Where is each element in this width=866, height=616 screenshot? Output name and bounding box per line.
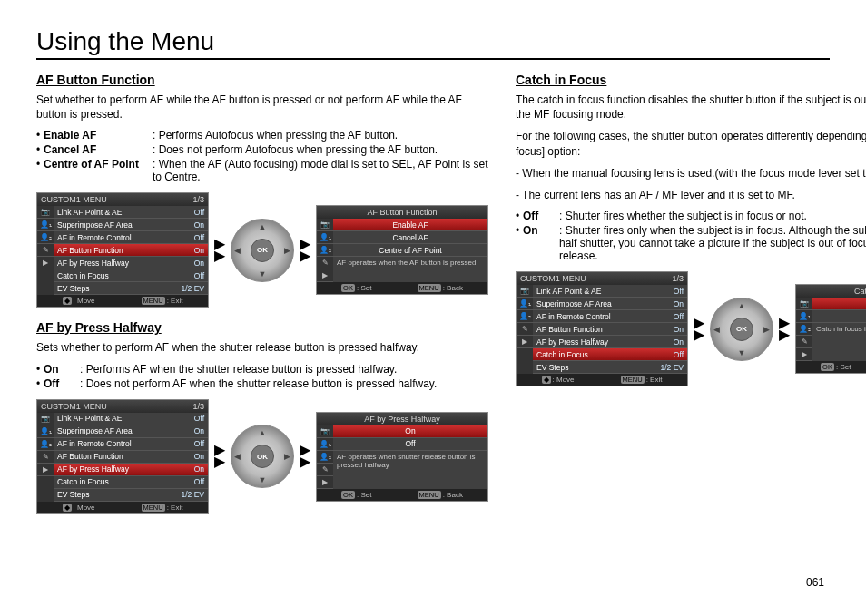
menu-header: CUSTOM1 MENU1/3 [517, 272, 687, 285]
menu-row: Superimpose AF AreaOn [54, 219, 208, 231]
menu-row: EV Steps1/2 EV [54, 282, 208, 295]
side-icon: 👤₂ [317, 451, 333, 464]
af-halfway-screenshots: CUSTOM1 MENU1/3📷👤₁👤₂✎▶Link AF Point & AE… [36, 399, 488, 514]
arrow-icon: ▶▶ [300, 445, 310, 468]
ok-dial-icon: ▲▼◀▶OK [710, 298, 773, 361]
arrow-icon: ▶▶ [214, 445, 225, 468]
definition-term: Centre of AF Point [44, 158, 153, 183]
af-halfway-intro: Sets whether to perform AF when the shut… [36, 340, 488, 355]
menu-row: On [812, 310, 866, 323]
submenu-footer: OK: SetMENU: Back [317, 282, 487, 294]
side-icon: ▶ [37, 257, 54, 269]
ok-dial-icon: ▲▼◀▶OK [231, 425, 294, 488]
menu-footer: ◆: MoveMENU: Exit [37, 295, 208, 307]
menu-row: EV Steps1/2 EV [54, 489, 208, 502]
side-icon: ▶ [37, 464, 54, 476]
side-icon: 📷 [37, 413, 54, 425]
definition-term: Off [44, 377, 80, 390]
menu-row: Catch in FocusOff [54, 476, 208, 489]
definition-desc: : Shutter fires whether the subject is i… [559, 210, 866, 222]
af-button-defs: •Enable AF: Performs Autofocus when pres… [36, 129, 488, 183]
side-icon: ▶ [517, 336, 533, 348]
side-icon: 📷 [317, 219, 333, 231]
section-title-af-halfway: AF by Press Halfway [36, 320, 488, 335]
section-title-catch: Catch in Focus [516, 73, 866, 87]
left-column: AF Button Function Set whether to perfor… [36, 73, 488, 527]
submenu-footer: OK: SetMENU: Back [796, 361, 866, 373]
arrow-icon: ▶▶ [694, 318, 704, 341]
submenu-header: Catch in Focus [796, 285, 866, 298]
menu-row: Centre of AF Point [333, 244, 487, 257]
af-halfway-defs: •On: Performs AF when the shutter releas… [36, 363, 488, 390]
definition-term: Cancel AF [44, 143, 153, 156]
menu-header: CUSTOM1 MENU1/3 [37, 400, 208, 413]
submenu-footer: OK: SetMENU: Back [317, 489, 487, 501]
side-icon: 📷 [37, 206, 54, 219]
menu-row: AF in Remote ControlOff [54, 438, 208, 451]
menu-help: Catch in focus is disabled [812, 323, 866, 336]
catch-bullet2: - The current lens has an AF / MF lever … [516, 188, 866, 202]
side-icon: ✎ [517, 323, 533, 336]
menu-screenshot: CUSTOM1 MENU1/3📷👤₁👤₂✎▶Link AF Point & AE… [36, 192, 209, 308]
menu-row: EV Steps1/2 EV [533, 361, 687, 374]
af-button-screenshots: CUSTOM1 MENU1/3📷👤₁👤₂✎▶Link AF Point & AE… [36, 192, 488, 308]
af-halfway-section: AF by Press Halfway Sets whether to perf… [36, 320, 488, 513]
right-column: Catch in Focus The catch in focus functi… [516, 73, 866, 527]
definition-row: •Centre of AF Point: When the AF (Auto f… [36, 158, 488, 183]
side-icon: ▶ [317, 476, 333, 489]
arrow-icon: ▶▶ [214, 239, 225, 262]
catch-screenshots: CUSTOM1 MENU1/3📷👤₁👤₂✎▶Link AF Point & AE… [516, 271, 866, 386]
definition-row: •Off: Shutter fires whether the subject … [516, 210, 866, 222]
menu-row: AF Button FunctionOn [533, 323, 687, 336]
menu-row: AF by Press HalfwayOn [533, 336, 687, 348]
menu-row: AF Button FunctionOn [54, 451, 208, 464]
side-icon: 👤₂ [517, 310, 533, 323]
submenu-header: AF by Press Halfway [317, 413, 487, 425]
catch-intro: The catch in focus function disables the… [516, 93, 866, 122]
catch-bullet1: - When the manual focusing lens is used.… [516, 166, 866, 181]
side-icon: 👤₁ [37, 219, 54, 231]
side-icon: ✎ [317, 464, 333, 476]
submenu-header: AF Button Function [317, 206, 487, 219]
menu-row: Off [333, 438, 487, 451]
af-button-section: AF Button Function Set whether to perfor… [36, 73, 488, 308]
menu-row: Superimpose AF AreaOn [533, 298, 687, 310]
menu-row: Catch in FocusOff [54, 269, 208, 282]
menu-row: AF by Press HalfwayOn [54, 257, 208, 269]
side-icon: 📷 [796, 298, 812, 310]
definition-row: •Off: Does not perform AF when the shutt… [36, 377, 488, 390]
side-icon: 👤₂ [796, 323, 812, 336]
menu-row: Link AF Point & AEOff [54, 413, 208, 425]
section-title-af-button: AF Button Function [36, 73, 488, 87]
side-icon: 📷 [317, 425, 333, 438]
menu-header: CUSTOM1 MENU1/3 [37, 193, 208, 206]
menu-row: AF Button FunctionOn [54, 244, 208, 257]
menu-row: AF in Remote ControlOff [533, 310, 687, 323]
definition-desc: : Does not perform Autofocus when pressi… [153, 143, 488, 156]
menu-help: AF operates when the AF button is presse… [333, 257, 487, 269]
menu-screenshot: CUSTOM1 MENU1/3📷👤₁👤₂✎▶Link AF Point & AE… [516, 271, 688, 386]
menu-footer: ◆: MoveMENU: Exit [37, 502, 208, 513]
menu-row: AF by Press HalfwayOn [54, 464, 208, 476]
definition-desc: : Does not perform AF when the shutter r… [80, 377, 488, 390]
catch-defs: •Off: Shutter fires whether the subject … [516, 210, 866, 262]
side-icon: 👤₂ [317, 244, 333, 257]
menu-row: Superimpose AF AreaOn [54, 425, 208, 438]
menu-row: AF in Remote ControlOff [54, 231, 208, 244]
side-icon: ✎ [796, 336, 812, 348]
menu-row: Cancel AF [333, 231, 487, 244]
menu-row: On [333, 425, 487, 438]
definition-row: •On: Performs AF when the shutter releas… [36, 363, 488, 376]
catch-para2: For the following cases, the shutter but… [516, 129, 866, 158]
definition-desc: : When the AF (Auto focusing) mode dial … [153, 158, 488, 183]
side-icon: ▶ [796, 348, 812, 361]
ok-dial-icon: ▲▼◀▶OK [231, 219, 294, 282]
side-icon: 👤₁ [37, 425, 54, 438]
menu-footer: ◆: MoveMENU: Exit [517, 374, 687, 386]
definition-row: •Cancel AF: Does not perform Autofocus w… [36, 143, 488, 156]
definition-term: On [44, 363, 80, 376]
definition-term: Off [523, 210, 559, 222]
definition-desc: : Performs Autofocus when pressing the A… [153, 129, 488, 142]
menu-row: Off [812, 298, 866, 310]
definition-desc: : Shutter fires only when the subject is… [559, 224, 866, 262]
